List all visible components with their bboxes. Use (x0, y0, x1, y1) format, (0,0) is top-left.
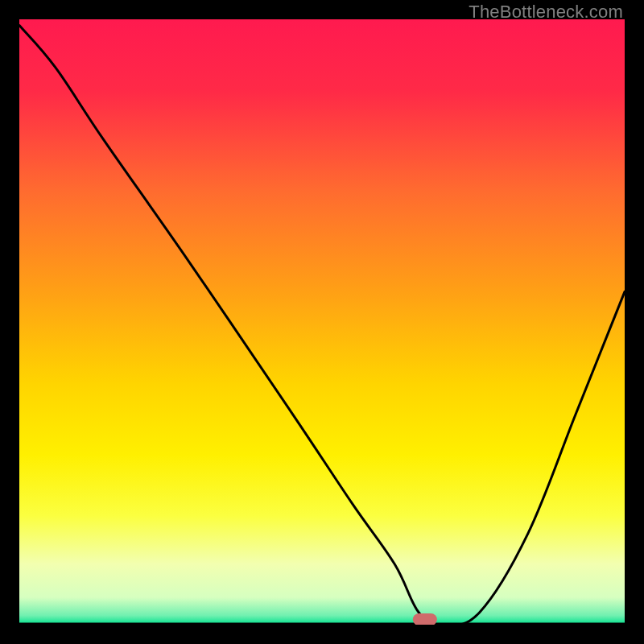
optimal-marker (413, 613, 437, 625)
chart-frame: TheBottleneck.com (0, 0, 644, 644)
watermark-text: TheBottleneck.com (469, 2, 623, 23)
chart-canvas (19, 19, 625, 625)
gradient-background (19, 19, 625, 625)
plot-area (19, 19, 625, 625)
